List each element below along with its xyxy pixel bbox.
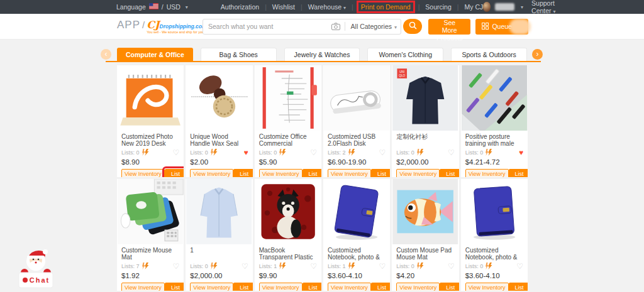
main-header: APP / CJ Dropshipping.com You sell - We … [0, 14, 644, 40]
nav-print-on-demand[interactable]: Print on Demand [359, 3, 413, 11]
lists-count: Lists: 0 [190, 149, 208, 156]
heart-icon[interactable]: ♡ [379, 149, 386, 156]
tab-computer-office[interactable]: Computer & Office [117, 48, 193, 61]
nav-my-cj[interactable]: My CJ [465, 3, 484, 11]
view-inventory-button[interactable]: View Inventory [328, 283, 371, 291]
nav-wishlist[interactable]: Wishlist [272, 3, 295, 11]
username-blurred[interactable] [495, 3, 514, 11]
list-button[interactable]: List [509, 283, 528, 291]
product-image-calendar[interactable] [117, 65, 184, 131]
search-input[interactable] [203, 23, 327, 30]
product-image-blue-notebook[interactable] [461, 179, 528, 244]
list-button[interactable]: List [440, 283, 458, 291]
list-button[interactable]: List [165, 283, 184, 291]
arrow-left-icon[interactable]: ‹ [101, 49, 111, 60]
queue-button[interactable]: Queue [475, 19, 528, 35]
product-card: Customized Notebook, photo & words, gift… [323, 179, 390, 291]
product-image-usb-disk[interactable] [323, 65, 390, 131]
view-inventory-button[interactable]: View Inventory [259, 283, 303, 291]
product-image-clownfish[interactable] [392, 179, 458, 244]
heart-icon[interactable]: ♡ [173, 149, 180, 156]
tab-womens-clothing[interactable]: Women's Clothing [367, 48, 443, 61]
list-button[interactable]: List [233, 283, 252, 291]
view-inventory-button[interactable]: View Inventory [121, 283, 165, 291]
product-image-blue-shirt[interactable] [186, 179, 252, 244]
view-inventory-button[interactable]: View Inventory [328, 169, 371, 177]
product-title[interactable]: Customized USB 2.0Flash Disk [328, 133, 386, 147]
svg-text:UNI: UNI [400, 70, 405, 73]
tab-bag-shoes[interactable]: Bag & Shoes [201, 48, 277, 61]
cj-logo[interactable]: APP / CJ Dropshipping.com You sell - We … [117, 19, 201, 35]
product-image-mouse-mat[interactable] [117, 179, 184, 244]
product-title[interactable]: Customize Mouse Mat [121, 247, 179, 261]
nav-sourcing[interactable]: Sourcing [425, 3, 451, 11]
heart-icon[interactable]: ♥ [519, 149, 523, 156]
search-button[interactable] [403, 19, 422, 34]
arrow-right-icon[interactable]: › [532, 49, 543, 60]
lists-count: Lists: 0 [190, 263, 208, 269]
list-button[interactable]: List [303, 169, 321, 177]
heart-icon[interactable]: ♡ [310, 262, 317, 270]
view-inventory-button[interactable]: View Inventory [396, 169, 440, 177]
list-button[interactable]: List [440, 169, 458, 177]
heart-icon[interactable]: ♡ [448, 262, 455, 270]
nav-warehouse[interactable]: Warehouse▾ [308, 3, 346, 11]
product-title[interactable]: Customized Notebook, photo & words, gift… [328, 247, 386, 261]
list-button[interactable]: List [371, 283, 390, 291]
product-price: $2,000.00 [190, 272, 248, 281]
lists-count: Lists: 0 [259, 149, 277, 156]
view-inventory-button[interactable]: View Inventory [121, 169, 165, 177]
product-image-navy-shirt[interactable]: UNIQLO [392, 65, 458, 131]
list-button-highlighted[interactable]: List [165, 169, 184, 177]
product-card: Customized USB 2.0Flash Disk Lists: 2 ♡ … [323, 65, 390, 177]
see-more-products-button[interactable]: See More Products [428, 19, 470, 35]
heart-icon[interactable]: ♥ [244, 149, 248, 156]
view-inventory-button[interactable]: View Inventory [190, 283, 233, 291]
list-button[interactable]: List [303, 283, 321, 291]
camera-icon[interactable] [331, 23, 340, 30]
product-image-notebook-doc[interactable] [255, 65, 321, 131]
product-image-blue-notebook[interactable] [323, 179, 390, 244]
product-card: UNIQLO 定制化衬衫 Lists: 0 ♡ $2,000.00 View I… [392, 65, 458, 177]
product-title[interactable]: 1 [190, 247, 248, 261]
product-title[interactable]: Customized Notebook, photo & words, gift… [465, 247, 523, 261]
view-inventory-button[interactable]: View Inventory [259, 169, 303, 177]
product-card: Custom Mouse Pad Mouse Mat Lists: 0 ♡ $4… [392, 179, 458, 291]
heart-icon[interactable]: ♡ [448, 149, 455, 156]
avatar[interactable] [483, 2, 490, 12]
product-price: $1.92 [121, 272, 179, 281]
list-button[interactable]: List [371, 169, 390, 177]
lists-count: Lists: 1 [259, 263, 277, 269]
list-button[interactable]: List [509, 169, 528, 177]
heart-icon[interactable]: ♡ [310, 149, 317, 156]
product-image-wax-stamp[interactable] [186, 65, 252, 131]
product-card: MacBook Transparent Plastic Protective C… [255, 179, 321, 291]
product-image-pens[interactable] [461, 65, 528, 131]
tab-jewelry-watches[interactable]: Jewelry & Watches [284, 48, 360, 61]
product-title[interactable]: 定制化衬衫 [396, 133, 454, 147]
product-title[interactable]: Positive posture training with male and … [465, 133, 523, 147]
view-inventory-button[interactable]: View Inventory [465, 283, 509, 291]
product-title[interactable]: Custom Mouse Pad Mouse Mat [396, 247, 454, 261]
list-button[interactable]: List [233, 169, 252, 177]
product-title[interactable]: MacBook Transparent Plastic Protective C… [259, 247, 317, 261]
product-title[interactable]: Customize Office Commercial Notebook [259, 133, 317, 147]
nav-authorization[interactable]: Authorization [221, 3, 259, 11]
tab-sports-outdoors[interactable]: Sports & Outdoors [451, 48, 527, 61]
product-title[interactable]: Customized Photo New 2019 Desk Calendar [121, 133, 179, 147]
heart-icon[interactable]: ♡ [379, 262, 386, 270]
heart-icon[interactable]: ♡ [173, 262, 180, 270]
lightning-icon [142, 149, 149, 156]
heart-icon[interactable]: ♡ [516, 262, 523, 270]
category-dropdown[interactable]: All Categories▾ [345, 23, 401, 30]
product-image-dog-case[interactable] [255, 179, 321, 244]
product-card: Unique Wood Handle Wax Seal Stamp Weddin… [186, 65, 252, 177]
chat-widget[interactable]: Chat [14, 246, 58, 291]
language-selector[interactable]: Language / USD ▾ [116, 3, 188, 11]
heart-icon[interactable]: ♡ [242, 262, 248, 270]
view-inventory-button[interactable]: View Inventory [396, 283, 440, 291]
product-title[interactable]: Unique Wood Handle Wax Seal Stamp Weddin… [190, 133, 248, 147]
view-inventory-button[interactable]: View Inventory [190, 169, 233, 177]
view-inventory-button[interactable]: View Inventory [465, 169, 509, 177]
support-center[interactable]: Support Center▾ [531, 0, 567, 14]
